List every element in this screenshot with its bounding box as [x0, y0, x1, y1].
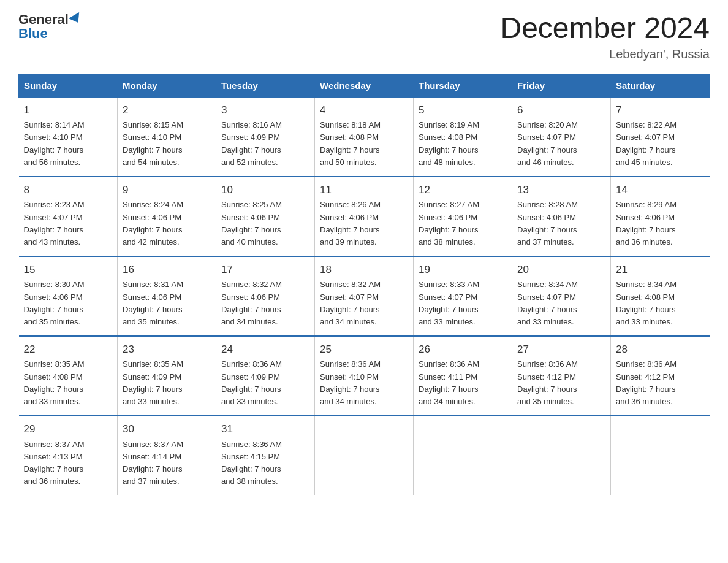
- day-number: 31: [221, 421, 309, 437]
- calendar-day-cell: 13Sunrise: 8:28 AMSunset: 4:06 PMDayligh…: [512, 177, 611, 256]
- day-info: Sunrise: 8:36 AMSunset: 4:15 PMDaylight:…: [221, 439, 309, 488]
- day-info: Sunrise: 8:35 AMSunset: 4:08 PMDaylight:…: [24, 358, 113, 408]
- calendar-day-cell: 15Sunrise: 8:30 AMSunset: 4:06 PMDayligh…: [19, 256, 118, 336]
- logo-triangle-icon: [69, 12, 83, 26]
- day-info: Sunrise: 8:36 AMSunset: 4:11 PMDaylight:…: [419, 358, 507, 408]
- day-number: 12: [419, 182, 507, 198]
- day-info: Sunrise: 8:36 AMSunset: 4:10 PMDaylight:…: [320, 358, 408, 408]
- calendar-day-cell: 16Sunrise: 8:31 AMSunset: 4:06 PMDayligh…: [118, 256, 216, 336]
- logo: General Blue: [18, 12, 82, 42]
- calendar-week-row: 22Sunrise: 8:35 AMSunset: 4:08 PMDayligh…: [19, 336, 710, 416]
- day-info: Sunrise: 8:34 AMSunset: 4:07 PMDaylight:…: [517, 278, 605, 328]
- day-number: 9: [123, 182, 211, 198]
- day-info: Sunrise: 8:14 AMSunset: 4:10 PMDaylight:…: [24, 119, 113, 169]
- header-row: Sunday Monday Tuesday Wednesday Thursday…: [19, 74, 710, 97]
- calendar-day-cell: 3Sunrise: 8:16 AMSunset: 4:09 PMDaylight…: [216, 97, 315, 177]
- day-number: 29: [24, 421, 113, 437]
- calendar-day-cell: 28Sunrise: 8:36 AMSunset: 4:12 PMDayligh…: [611, 336, 710, 416]
- calendar-day-cell: 2Sunrise: 8:15 AMSunset: 4:10 PMDaylight…: [118, 97, 216, 177]
- day-info: Sunrise: 8:15 AMSunset: 4:10 PMDaylight:…: [123, 119, 211, 169]
- day-number: 18: [320, 262, 408, 278]
- calendar-day-cell: 24Sunrise: 8:36 AMSunset: 4:09 PMDayligh…: [216, 336, 315, 416]
- calendar-day-cell: 30Sunrise: 8:37 AMSunset: 4:14 PMDayligh…: [118, 416, 216, 495]
- day-info: Sunrise: 8:32 AMSunset: 4:07 PMDaylight:…: [320, 278, 408, 328]
- calendar-day-cell: 12Sunrise: 8:27 AMSunset: 4:06 PMDayligh…: [414, 177, 512, 256]
- calendar-week-row: 29Sunrise: 8:37 AMSunset: 4:13 PMDayligh…: [19, 416, 710, 495]
- day-number: 22: [24, 342, 113, 358]
- col-monday: Monday: [118, 74, 216, 97]
- col-saturday: Saturday: [611, 74, 710, 97]
- day-number: 7: [616, 102, 705, 118]
- calendar-day-cell: 17Sunrise: 8:32 AMSunset: 4:06 PMDayligh…: [216, 256, 315, 336]
- day-info: Sunrise: 8:29 AMSunset: 4:06 PMDaylight:…: [616, 199, 705, 248]
- day-info: Sunrise: 8:31 AMSunset: 4:06 PMDaylight:…: [123, 278, 211, 328]
- day-number: 16: [123, 262, 211, 278]
- calendar-day-cell: 5Sunrise: 8:19 AMSunset: 4:08 PMDaylight…: [414, 97, 512, 177]
- col-wednesday: Wednesday: [315, 74, 414, 97]
- calendar-table: Sunday Monday Tuesday Wednesday Thursday…: [18, 74, 710, 495]
- day-info: Sunrise: 8:30 AMSunset: 4:06 PMDaylight:…: [24, 278, 113, 328]
- day-info: Sunrise: 8:19 AMSunset: 4:08 PMDaylight:…: [419, 119, 507, 169]
- day-info: Sunrise: 8:23 AMSunset: 4:07 PMDaylight:…: [24, 199, 113, 248]
- calendar-body: 1Sunrise: 8:14 AMSunset: 4:10 PMDaylight…: [19, 97, 710, 495]
- calendar-day-cell: [414, 416, 512, 495]
- day-number: 28: [616, 342, 705, 358]
- calendar-day-cell: 31Sunrise: 8:36 AMSunset: 4:15 PMDayligh…: [216, 416, 315, 495]
- calendar-day-cell: 19Sunrise: 8:33 AMSunset: 4:07 PMDayligh…: [414, 256, 512, 336]
- day-info: Sunrise: 8:26 AMSunset: 4:06 PMDaylight:…: [320, 199, 408, 248]
- calendar-day-cell: 14Sunrise: 8:29 AMSunset: 4:06 PMDayligh…: [611, 177, 710, 256]
- calendar-day-cell: 21Sunrise: 8:34 AMSunset: 4:08 PMDayligh…: [611, 256, 710, 336]
- day-number: 20: [517, 262, 605, 278]
- day-number: 14: [616, 182, 705, 198]
- calendar-day-cell: 8Sunrise: 8:23 AMSunset: 4:07 PMDaylight…: [19, 177, 118, 256]
- calendar-day-cell: 1Sunrise: 8:14 AMSunset: 4:10 PMDaylight…: [19, 97, 118, 177]
- day-number: 26: [419, 342, 507, 358]
- calendar-day-cell: [611, 416, 710, 495]
- calendar-day-cell: 11Sunrise: 8:26 AMSunset: 4:06 PMDayligh…: [315, 177, 414, 256]
- calendar-day-cell: 25Sunrise: 8:36 AMSunset: 4:10 PMDayligh…: [315, 336, 414, 416]
- calendar-day-cell: 22Sunrise: 8:35 AMSunset: 4:08 PMDayligh…: [19, 336, 118, 416]
- day-info: Sunrise: 8:36 AMSunset: 4:12 PMDaylight:…: [517, 358, 605, 408]
- logo-blue: Blue: [18, 26, 48, 42]
- calendar-day-cell: 9Sunrise: 8:24 AMSunset: 4:06 PMDaylight…: [118, 177, 216, 256]
- day-number: 10: [221, 182, 309, 198]
- day-number: 6: [517, 102, 605, 118]
- day-number: 24: [221, 342, 309, 358]
- day-number: 5: [419, 102, 507, 118]
- calendar-day-cell: 7Sunrise: 8:22 AMSunset: 4:07 PMDaylight…: [611, 97, 710, 177]
- title-block: December 2024 Lebedyan', Russia: [500, 12, 710, 61]
- calendar-day-cell: 10Sunrise: 8:25 AMSunset: 4:06 PMDayligh…: [216, 177, 315, 256]
- calendar-week-row: 8Sunrise: 8:23 AMSunset: 4:07 PMDaylight…: [19, 177, 710, 256]
- day-number: 13: [517, 182, 605, 198]
- day-info: Sunrise: 8:18 AMSunset: 4:08 PMDaylight:…: [320, 119, 408, 169]
- calendar-day-cell: 4Sunrise: 8:18 AMSunset: 4:08 PMDaylight…: [315, 97, 414, 177]
- logo-general: General: [18, 12, 82, 27]
- day-number: 19: [419, 262, 507, 278]
- calendar-day-cell: 23Sunrise: 8:35 AMSunset: 4:09 PMDayligh…: [118, 336, 216, 416]
- day-info: Sunrise: 8:35 AMSunset: 4:09 PMDaylight:…: [123, 358, 211, 408]
- calendar-week-row: 1Sunrise: 8:14 AMSunset: 4:10 PMDaylight…: [19, 97, 710, 177]
- calendar-day-cell: 26Sunrise: 8:36 AMSunset: 4:11 PMDayligh…: [414, 336, 512, 416]
- calendar-day-cell: 27Sunrise: 8:36 AMSunset: 4:12 PMDayligh…: [512, 336, 611, 416]
- calendar-day-cell: 29Sunrise: 8:37 AMSunset: 4:13 PMDayligh…: [19, 416, 118, 495]
- day-number: 8: [24, 182, 113, 198]
- day-number: 30: [123, 421, 211, 437]
- day-info: Sunrise: 8:34 AMSunset: 4:08 PMDaylight:…: [616, 278, 705, 328]
- day-info: Sunrise: 8:32 AMSunset: 4:06 PMDaylight:…: [221, 278, 309, 328]
- day-info: Sunrise: 8:24 AMSunset: 4:06 PMDaylight:…: [123, 199, 211, 248]
- day-info: Sunrise: 8:33 AMSunset: 4:07 PMDaylight:…: [419, 278, 507, 328]
- day-number: 17: [221, 262, 309, 278]
- day-info: Sunrise: 8:36 AMSunset: 4:12 PMDaylight:…: [616, 358, 705, 408]
- day-number: 21: [616, 262, 705, 278]
- day-number: 11: [320, 182, 408, 198]
- day-number: 27: [517, 342, 605, 358]
- col-tuesday: Tuesday: [216, 74, 315, 97]
- page-header: General Blue December 2024 Lebedyan', Ru…: [18, 12, 710, 61]
- day-info: Sunrise: 8:36 AMSunset: 4:09 PMDaylight:…: [221, 358, 309, 408]
- day-info: Sunrise: 8:16 AMSunset: 4:09 PMDaylight:…: [221, 119, 309, 169]
- day-number: 1: [24, 102, 113, 118]
- calendar-day-cell: 20Sunrise: 8:34 AMSunset: 4:07 PMDayligh…: [512, 256, 611, 336]
- day-number: 23: [123, 342, 211, 358]
- location-subtitle: Lebedyan', Russia: [500, 47, 710, 61]
- calendar-day-cell: [315, 416, 414, 495]
